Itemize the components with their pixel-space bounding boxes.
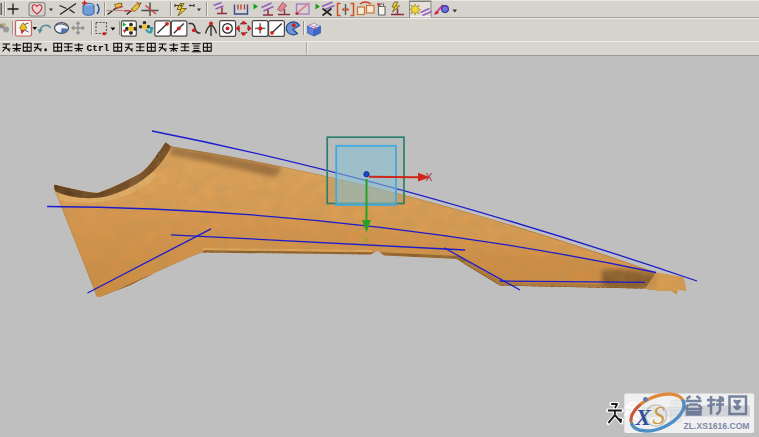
svg-text:X: X — [426, 171, 433, 183]
svg-text:ZL.XS1616.COM: ZL.XS1616.COM — [684, 421, 750, 431]
svg-text:Ctrl: Ctrl — [87, 43, 110, 54]
svg-text:Y: Y — [363, 235, 369, 245]
